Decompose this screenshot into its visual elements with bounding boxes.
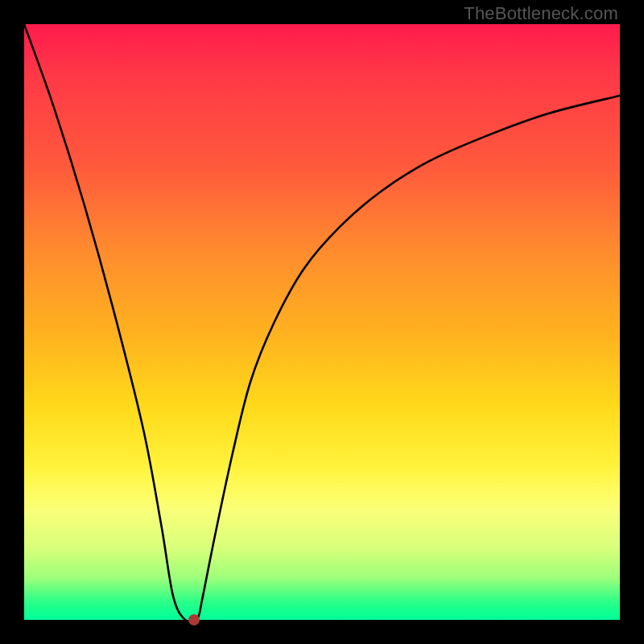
curve-path (24, 24, 620, 623)
watermark-text: TheBottleneck.com (464, 3, 618, 24)
min-point-marker (188, 614, 200, 625)
plot-area (24, 24, 620, 620)
chart-frame: TheBottleneck.com (0, 0, 644, 644)
bottleneck-curve (24, 24, 620, 620)
